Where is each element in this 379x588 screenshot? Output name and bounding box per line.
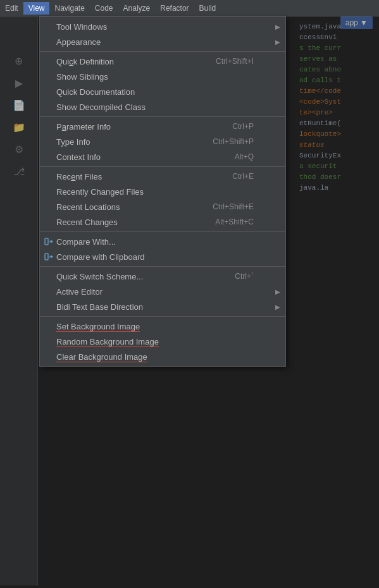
menu-item-active-editor[interactable]: Active Editor (40, 284, 285, 299)
app-run-dropdown[interactable]: app ▼ (340, 16, 373, 29)
recent-changes-shortcut: Alt+Shift+C (215, 217, 266, 226)
menu-item-show-decompiled-label: Show Decompiled Class (56, 102, 146, 112)
sidebar-run-icon[interactable]: ▶ (9, 73, 28, 92)
parameter-info-shortcut: Ctrl+P (232, 122, 266, 131)
sidebar-git-icon[interactable]: ⎇ (9, 162, 28, 181)
menu-item-clear-background[interactable]: Clear Background Image (40, 349, 285, 364)
menu-item-compare-clipboard-label: Compare with Clipboard (56, 252, 144, 262)
menu-item-random-background-label: Random Background Image (56, 337, 159, 346)
menu-item-random-background[interactable]: Random Background Image (40, 334, 285, 349)
separator-5 (40, 266, 285, 267)
menu-item-recent-locations-label: Recent Locations (56, 202, 120, 212)
sidebar-file2-icon[interactable]: 📁 (9, 118, 28, 137)
menu-item-set-background-label: Set Background Image (56, 322, 140, 331)
sidebar-add-icon[interactable]: ⊕ (9, 51, 28, 70)
type-info-shortcut: Ctrl+Shift+P (213, 137, 266, 146)
menu-item-quick-switch-label: Quick Switch Scheme... (56, 272, 143, 281)
code-line-8: od calls t (299, 75, 376, 86)
menu-item-quick-documentation[interactable]: Quick Documentation (40, 84, 285, 99)
code-line-9: time</code (299, 86, 376, 97)
menu-edit[interactable]: Edit (0, 2, 23, 15)
separator-2 (40, 116, 285, 117)
code-line-19: a securit (299, 161, 376, 172)
quick-definition-shortcut: Ctrl+Shift+I (216, 57, 266, 66)
code-line-4: s the curr (299, 43, 376, 54)
code-line-17: status (299, 140, 376, 150)
svg-rect-2 (45, 254, 48, 260)
separator-3 (40, 166, 285, 167)
code-line-2: ccessEnvi (299, 32, 376, 43)
code-area: ystem.java ccessEnvi s the curr serves a… (297, 16, 379, 585)
menu-item-recent-changes-label: Recent Changes (56, 217, 118, 227)
code-line-11: <code>Syst (299, 97, 376, 107)
view-dropdown-menu: Tool Windows Appearance Quick Definition… (39, 16, 286, 367)
menu-item-compare-with[interactable]: Compare With... (40, 234, 285, 249)
code-line-13: te><pre> (299, 107, 376, 118)
menu-item-context-info-label: Context Info (56, 152, 101, 162)
context-info-shortcut: Alt+Q (235, 152, 266, 161)
code-line-15: lockquote> (299, 129, 376, 140)
menu-item-recent-files-label: Recent Files (56, 172, 102, 181)
sidebar-gear-icon[interactable]: ⚙ (9, 140, 28, 159)
menu-bar: Edit View Navigate Code Analyze Refactor… (0, 0, 379, 16)
menu-item-appearance[interactable]: Appearance (40, 34, 285, 49)
menu-code[interactable]: Code (90, 2, 118, 15)
menu-item-parameter-info-label: Parameter Info (56, 122, 111, 132)
compare-with-icon (44, 236, 54, 247)
separator-4 (40, 231, 285, 232)
menu-item-parameter-info[interactable]: Parameter Info Ctrl+P (40, 119, 285, 134)
separator-6 (40, 316, 285, 317)
menu-item-recent-locations[interactable]: Recent Locations Ctrl+Shift+E (40, 199, 285, 214)
menu-item-tool-windows[interactable]: Tool Windows (40, 19, 285, 34)
code-line-20: thod doesr (299, 172, 376, 183)
menu-item-quick-documentation-label: Quick Documentation (56, 87, 135, 97)
recent-locations-shortcut: Ctrl+Shift+E (213, 202, 266, 211)
menu-item-quick-switch[interactable]: Quick Switch Scheme... Ctrl+` (40, 269, 285, 284)
code-line-14: etRuntime( (299, 118, 376, 129)
menu-item-bidi-text[interactable]: Bidi Text Base Direction (40, 299, 285, 314)
menu-item-quick-definition-label: Quick Definition (56, 57, 114, 66)
code-line-5: serves as (299, 54, 376, 64)
menu-item-show-siblings[interactable]: Show Siblings (40, 69, 285, 84)
menu-item-recent-changes[interactable]: Recent Changes Alt+Shift+C (40, 214, 285, 230)
menu-item-appearance-label: Appearance (56, 37, 101, 47)
code-line-18: SecurityEx (299, 150, 376, 161)
menu-item-active-editor-label: Active Editor (56, 287, 103, 297)
menu-item-tool-windows-label: Tool Windows (56, 22, 107, 32)
sidebar-file-icon[interactable]: 📄 (9, 95, 28, 114)
menu-item-compare-with-label: Compare With... (56, 237, 116, 247)
separator-1 (40, 51, 285, 52)
menu-item-type-info[interactable]: Type Info Ctrl+Shift+P (40, 134, 285, 149)
menu-item-show-siblings-label: Show Siblings (56, 72, 108, 82)
menu-refactor[interactable]: Refactor (155, 2, 194, 15)
menu-analyze[interactable]: Analyze (118, 2, 156, 15)
menu-item-clear-background-label: Clear Background Image (56, 352, 147, 362)
menu-item-set-background[interactable]: Set Background Image (40, 319, 285, 334)
left-sidebar: ⊕ ▶ 📄 📁 ⚙ ⎇ (0, 16, 38, 585)
menu-build[interactable]: Build (194, 2, 221, 15)
menu-item-type-info-label: Type Info (56, 137, 90, 147)
menu-item-quick-definition[interactable]: Quick Definition Ctrl+Shift+I (40, 54, 285, 69)
recent-files-shortcut: Ctrl+E (232, 172, 266, 181)
menu-view[interactable]: View (23, 2, 50, 15)
menu-item-recent-files[interactable]: Recent Files Ctrl+E (40, 169, 285, 184)
svg-rect-0 (45, 238, 48, 245)
menu-item-bidi-text-label: Bidi Text Base Direction (56, 302, 143, 312)
menu-item-context-info[interactable]: Context Info Alt+Q (40, 149, 285, 164)
menu-item-recently-changed[interactable]: Recently Changed Files (40, 184, 285, 199)
compare-clipboard-icon (44, 252, 54, 262)
menu-item-show-decompiled[interactable]: Show Decompiled Class (40, 99, 285, 114)
code-line-21: java.la (299, 183, 376, 193)
menu-navigate[interactable]: Navigate (49, 2, 89, 15)
menu-item-compare-clipboard[interactable]: Compare with Clipboard (40, 249, 285, 264)
quick-switch-shortcut: Ctrl+` (235, 272, 266, 281)
menu-item-recently-changed-label: Recently Changed Files (56, 187, 144, 197)
code-line-6: cates abno (299, 64, 376, 75)
